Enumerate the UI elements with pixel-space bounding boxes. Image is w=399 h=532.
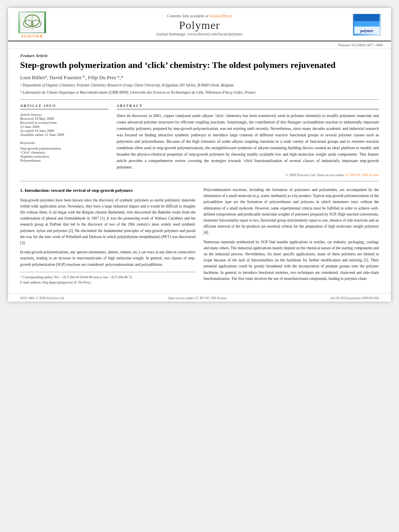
journal-header: ELSEVIER Contents lists available at Sci… (8, 8, 391, 41)
abstract-col: ABSTRACT Since its discovery in 2001, co… (117, 104, 379, 177)
main-content: Feature Article Step-growth polymerizati… (8, 49, 391, 293)
body-col-right: Polycondensation reactions, including th… (204, 187, 379, 285)
body-section: 1. Introduction: toward the revival of s… (20, 187, 379, 285)
footnote-area: * Corresponding author. Tel.: +32 9 264 … (20, 272, 195, 285)
polymer-logo: polymer (351, 14, 383, 36)
journal-citation: Polymer 50 (2009) 3877–3886 (338, 43, 383, 47)
article-info-abstract: ARTICLE INFO Article history: Received 1… (20, 104, 379, 177)
elsevier-logo-image (18, 11, 46, 33)
accepted-date: Accepted 16 June 2009 (20, 129, 109, 133)
revised-label: Received in revised form (20, 121, 109, 125)
affiliation-b: ᵇ Laboratoire de Chimie Organique et Mac… (20, 90, 379, 95)
footnote-corresponding: * Corresponding author. Tel.: +32 9 264 … (20, 275, 195, 280)
article-title: Step-growth polymerization and ‘click’ c… (20, 60, 379, 71)
issn-bar: 0032-3861 © 2009 Elsevier Ltd. Open acce… (8, 293, 391, 302)
open-access-footer: Open access under CC BY-NC-ND license. (168, 296, 227, 300)
body-divider (20, 181, 379, 181)
svg-text:polymer: polymer (360, 29, 374, 33)
authors: Leen Billietᵃ, David Fournier ᵇ, Filip D… (20, 74, 379, 81)
article-info-col: ARTICLE INFO Article history: Received 1… (20, 104, 109, 177)
sciencedirect-link[interactable]: ScienceDirect (209, 14, 232, 18)
journal-header-center: Contents lists available at ScienceDirec… (48, 14, 351, 36)
section1-title: 1. Introduction: toward the revival of s… (20, 187, 195, 194)
body-para-2: In step-growth polymerizations, any spec… (20, 249, 195, 268)
body-para-3-right: Polycondensation reactions, including th… (204, 187, 379, 236)
author-names: Leen Billietᵃ, David Fournier ᵇ, Filip D… (20, 74, 123, 80)
open-access-text: Open access under (317, 173, 344, 177)
polymer-logo-image: polymer (353, 14, 381, 36)
doi-bar: Polymer 50 (2009) 3877–3886 (8, 41, 391, 49)
elsevier-brand-text: ELSEVIER (21, 34, 43, 38)
divider (20, 99, 379, 100)
feature-article-label: Feature Article (20, 53, 379, 58)
cc-license[interactable]: CC BY-NC-ND license (345, 173, 379, 177)
issn-text: 0032-3861 © 2009 Elsevier Ltd. (20, 296, 65, 300)
footnote-email: E-mail address: filip.duprez@ugent.be (F… (20, 280, 195, 285)
affiliation-a: ᵃ Department of Organic Chemistry, Polym… (20, 82, 379, 88)
abstract-body: Since its discovery in 2001, copper cata… (117, 113, 379, 170)
keyword-1: Step-growth polymerization (20, 146, 109, 150)
copyright-line: © 2009 Elsevier Ltd. Open access under C… (117, 173, 379, 177)
copyright-text: © 2009 Elsevier Ltd. (286, 173, 316, 177)
body-col-left: 1. Introduction: toward the revival of s… (20, 187, 195, 285)
keywords-label: Keywords: (20, 141, 109, 145)
journal-meta-top: Contents lists available at ScienceDirec… (48, 14, 351, 18)
keyword-2: ‘Click’ chemistry (20, 150, 109, 154)
keyword-4: Polyurethanes (20, 158, 109, 162)
revised-date: 12 June 2009 (20, 125, 109, 129)
doi-text: doi:10.1016/j.polymer.2009.06.034 (331, 296, 379, 300)
keywords-section: Keywords: Step-growth polymerization ‘Cl… (20, 141, 109, 162)
article-history-label: Article history: (20, 113, 109, 117)
abstract-heading: ABSTRACT (117, 104, 379, 109)
journal-title: Polymer (48, 19, 351, 32)
svg-rect-7 (354, 21, 379, 27)
body-para-1: Step-growth polymers have been known sin… (20, 197, 195, 246)
elsevier-logo: ELSEVIER (16, 11, 48, 38)
article-history: Article history: Received 10 May 2009 Re… (20, 113, 109, 137)
page: ELSEVIER Contents lists available at Sci… (8, 8, 391, 302)
available-online: Available online 21 June 2009 (20, 133, 109, 137)
keyword-3: Aliphatic polyesters (20, 154, 109, 158)
received-date: Received 10 May 2009 (20, 117, 109, 121)
journal-homepage: journal homepage: www.elsevier.com/locat… (48, 32, 351, 36)
article-info-heading: ARTICLE INFO (20, 104, 109, 109)
svg-rect-6 (354, 14, 379, 21)
body-para-4-right: Numerous materials synthesized by SGP fi… (204, 239, 379, 282)
